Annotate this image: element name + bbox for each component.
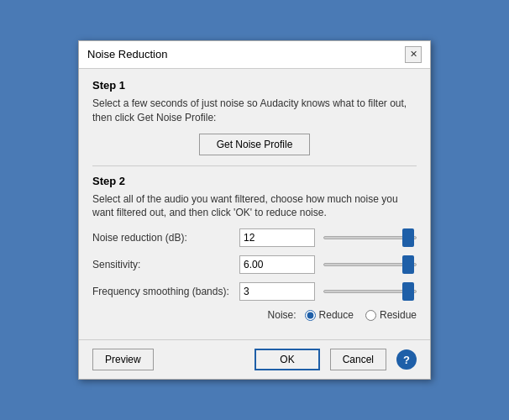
help-button[interactable]: ? [396, 349, 417, 370]
noise-reduction-input[interactable] [239, 228, 315, 247]
noise-reduction-slider-track[interactable] [323, 236, 417, 239]
noise-mode-label: Noise: [268, 309, 296, 321]
noise-reduction-dialog: Noise Reduction ✕ Step 1 Select a few se… [78, 40, 431, 380]
step1-description: Select a few seconds of just noise so Au… [92, 97, 417, 125]
noise-mode-radio-group: Reduce Residue [305, 309, 417, 321]
radio-reduce-label: Reduce [319, 309, 354, 321]
frequency-smoothing-slider-thumb[interactable] [402, 282, 414, 301]
frequency-smoothing-label: Frequency smoothing (bands): [92, 286, 239, 297]
preview-button[interactable]: Preview [92, 349, 154, 370]
radio-reduce[interactable]: Reduce [305, 309, 354, 321]
sensitivity-slider-track[interactable] [323, 263, 417, 266]
frequency-smoothing-slider-track[interactable] [323, 290, 417, 293]
get-profile-row: Get Noise Profile [92, 134, 417, 155]
sensitivity-label: Sensitivity: [92, 259, 239, 270]
step2-description: Select all of the audio you want filtere… [92, 192, 417, 221]
get-noise-profile-button[interactable]: Get Noise Profile [199, 134, 311, 155]
title-bar: Noise Reduction ✕ [79, 41, 430, 69]
noise-reduction-label: Noise reduction (dB): [92, 232, 239, 244]
frequency-smoothing-input[interactable] [239, 282, 315, 301]
radio-residue[interactable]: Residue [365, 309, 417, 321]
sensitivity-input[interactable] [239, 255, 315, 274]
sensitivity-slider-thumb[interactable] [402, 255, 414, 274]
noise-reduction-slider-thumb[interactable] [402, 228, 414, 247]
radio-reduce-input[interactable] [305, 310, 316, 321]
radio-residue-label: Residue [380, 309, 417, 321]
divider1 [92, 165, 417, 166]
dialog-title: Noise Reduction [87, 48, 167, 60]
radio-residue-input[interactable] [365, 310, 376, 321]
ok-button[interactable]: OK [254, 349, 319, 370]
dialog-footer: Preview OK Cancel ? [79, 339, 430, 379]
noise-reduction-row: Noise reduction (dB): [92, 228, 417, 247]
frequency-smoothing-row: Frequency smoothing (bands): [92, 282, 417, 301]
dialog-body: Step 1 Select a few seconds of just nois… [79, 69, 430, 339]
sensitivity-row: Sensitivity: [92, 255, 417, 274]
cancel-button[interactable]: Cancel [330, 349, 386, 370]
noise-mode-row: Noise: Reduce Residue [92, 309, 417, 321]
step2-heading: Step 2 [92, 175, 417, 187]
close-button[interactable]: ✕ [405, 46, 422, 63]
step1-heading: Step 1 [92, 79, 417, 92]
